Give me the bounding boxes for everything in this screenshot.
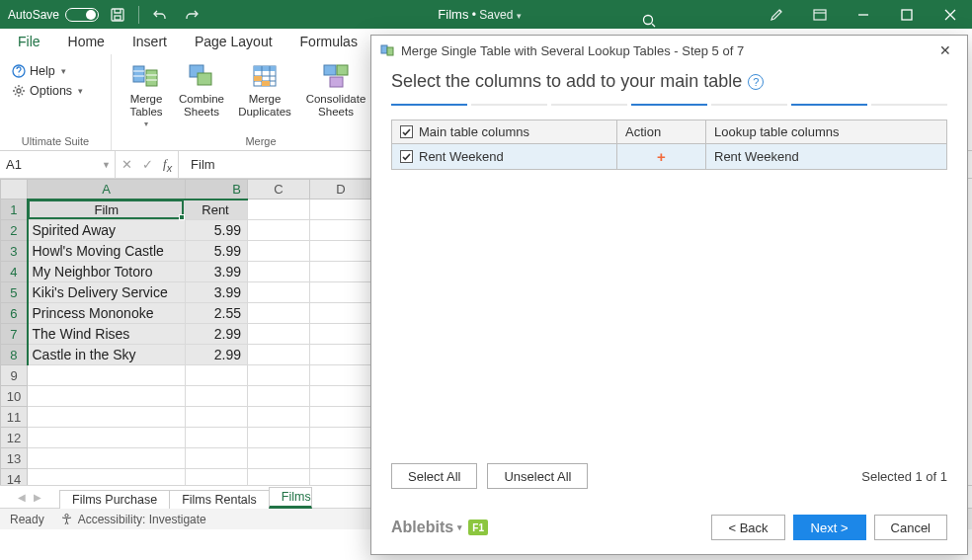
- row-header[interactable]: 4: [1, 262, 28, 282]
- cell[interactable]: [28, 386, 186, 407]
- col-header-b[interactable]: B: [186, 180, 248, 200]
- cell[interactable]: [310, 324, 372, 345]
- undo-button[interactable]: [147, 2, 173, 28]
- cell-header-film[interactable]: Film: [28, 200, 186, 220]
- cell[interactable]: 2.99: [186, 324, 248, 345]
- cancel-formula-icon[interactable]: ✕: [122, 157, 132, 172]
- cell[interactable]: [28, 428, 186, 448]
- cell-header-rent[interactable]: Rent: [186, 200, 248, 220]
- maximize-button[interactable]: [885, 0, 929, 29]
- hdr-lookup-columns[interactable]: Lookup table columns: [706, 120, 946, 143]
- cell[interactable]: [28, 448, 186, 469]
- cell[interactable]: [248, 220, 310, 241]
- cell[interactable]: [186, 448, 248, 469]
- cell[interactable]: [28, 469, 186, 486]
- cell[interactable]: [248, 365, 310, 386]
- cell[interactable]: [310, 282, 372, 303]
- cell[interactable]: Princess Mononoke: [28, 303, 186, 324]
- tab-file[interactable]: File: [0, 29, 54, 54]
- row-header[interactable]: 7: [1, 324, 28, 345]
- checkbox-all[interactable]: [400, 125, 413, 138]
- cell[interactable]: [310, 345, 372, 365]
- hdr-main-columns[interactable]: Main table columns: [392, 120, 617, 143]
- dialog-titlebar[interactable]: Merge Single Table with Several Lookup T…: [371, 36, 967, 65]
- select-all-corner[interactable]: [1, 180, 28, 200]
- dialog-close-button[interactable]: ✕: [932, 37, 959, 64]
- cell[interactable]: [248, 386, 310, 407]
- combine-sheets-button[interactable]: Combine Sheets: [175, 58, 228, 128]
- merge-tables-button[interactable]: Merge Tables ▾: [120, 58, 173, 128]
- cell[interactable]: [310, 469, 372, 486]
- cell[interactable]: My Neighbor Totoro: [28, 262, 186, 282]
- unselect-all-button[interactable]: Unselect All: [487, 463, 588, 489]
- redo-button[interactable]: [179, 2, 204, 28]
- row-header[interactable]: 5: [1, 282, 28, 303]
- cell[interactable]: [310, 303, 372, 324]
- checkbox-row[interactable]: [400, 150, 413, 163]
- fx-icon[interactable]: fx: [163, 156, 172, 174]
- sheet-tab-films-purchase[interactable]: Films Purchase: [59, 490, 170, 509]
- cell[interactable]: [186, 407, 248, 428]
- cell[interactable]: [310, 407, 372, 428]
- enter-formula-icon[interactable]: ✓: [142, 157, 153, 172]
- row-header[interactable]: 1: [1, 200, 28, 220]
- row-header[interactable]: 11: [1, 407, 28, 428]
- pen-icon[interactable]: [755, 2, 798, 28]
- cell[interactable]: 5.99: [186, 220, 248, 241]
- minimize-button[interactable]: [842, 0, 885, 29]
- options-dropdown[interactable]: Options▾: [8, 82, 103, 100]
- cell[interactable]: [310, 241, 372, 262]
- cell[interactable]: [248, 324, 310, 345]
- col-header-c[interactable]: C: [248, 180, 310, 200]
- sheet-tab-films-rentals[interactable]: Films Rentals: [169, 490, 270, 509]
- cell[interactable]: [186, 386, 248, 407]
- cell[interactable]: [310, 365, 372, 386]
- row-header[interactable]: 9: [1, 365, 28, 386]
- cell[interactable]: [28, 407, 186, 428]
- cell[interactable]: [248, 282, 310, 303]
- save-icon[interactable]: [105, 2, 130, 28]
- row-header[interactable]: 10: [1, 386, 28, 407]
- cell[interactable]: [310, 428, 372, 448]
- cell[interactable]: [248, 469, 310, 486]
- cell[interactable]: Howl's Moving Castle: [28, 241, 186, 262]
- search-icon[interactable]: [638, 10, 660, 32]
- cell[interactable]: 3.99: [186, 282, 248, 303]
- row-header[interactable]: 14: [1, 469, 28, 486]
- cell[interactable]: [310, 200, 372, 220]
- help-icon[interactable]: ?: [748, 74, 764, 90]
- cell[interactable]: [248, 241, 310, 262]
- cell[interactable]: Spirited Away: [28, 220, 186, 241]
- row-header[interactable]: 2: [1, 220, 28, 241]
- row-header[interactable]: 3: [1, 241, 28, 262]
- cell[interactable]: 3.99: [186, 262, 248, 282]
- brand-ablebits[interactable]: Ablebits▾: [391, 519, 462, 536]
- f1-help-badge[interactable]: F1: [468, 520, 488, 535]
- ribbon-display-icon[interactable]: [798, 2, 842, 28]
- select-all-button[interactable]: Select All: [391, 463, 477, 489]
- help-dropdown[interactable]: Help▾: [8, 62, 103, 80]
- cell[interactable]: Castle in the Sky: [28, 345, 186, 365]
- back-button[interactable]: < Back: [711, 515, 784, 540]
- cell[interactable]: [28, 365, 186, 386]
- cell[interactable]: [186, 428, 248, 448]
- tab-insert[interactable]: Insert: [119, 29, 181, 54]
- cell[interactable]: [248, 448, 310, 469]
- cell[interactable]: [186, 469, 248, 486]
- cell[interactable]: [248, 345, 310, 365]
- merge-duplicates-button[interactable]: Merge Duplicates: [230, 58, 299, 128]
- tab-formulas[interactable]: Formulas: [286, 29, 371, 54]
- cell[interactable]: [310, 262, 372, 282]
- tab-home[interactable]: Home: [54, 29, 119, 54]
- cancel-button[interactable]: Cancel: [874, 515, 947, 540]
- row-header[interactable]: 8: [1, 345, 28, 365]
- formula-input[interactable]: Film: [179, 157, 215, 172]
- consolidate-sheets-button[interactable]: Consolidate Sheets: [301, 58, 370, 128]
- hdr-action[interactable]: Action: [617, 120, 706, 143]
- cell[interactable]: [310, 386, 372, 407]
- tab-page-layout[interactable]: Page Layout: [181, 29, 286, 54]
- col-header-a[interactable]: A: [28, 180, 186, 200]
- cell[interactable]: 5.99: [186, 241, 248, 262]
- row-header[interactable]: 12: [1, 428, 28, 448]
- col-header-d[interactable]: D: [310, 180, 372, 200]
